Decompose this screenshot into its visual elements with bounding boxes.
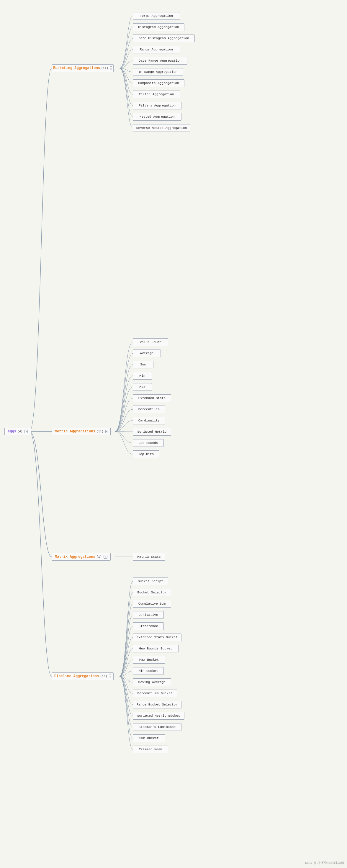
category-matrix[interactable]: Matrix Aggregations (1) ⇗ — [52, 553, 111, 561]
leaf-ip-range-aggregation[interactable]: IP Range Aggregation — [133, 68, 183, 76]
bucketing-count: (11) — [101, 67, 108, 70]
leaf-extended-stats[interactable]: Extended Stats — [133, 394, 171, 402]
leaf-value-count[interactable]: Value Count — [133, 338, 168, 346]
leaf-cardinality[interactable]: Cardinality — [133, 417, 165, 425]
root-node[interactable]: aggs (4) ⇗ — [4, 428, 31, 435]
root-count: (4) — [18, 430, 23, 433]
matrix-link-icon[interactable]: ⇗ — [104, 555, 107, 559]
pipeline-link-icon[interactable]: ⇗ — [109, 675, 111, 678]
leaf-filters-aggregation[interactable]: Filters Aggregation — [133, 102, 181, 110]
metric-count: (11) — [96, 430, 104, 433]
leaf-cumulative-sum[interactable]: Cumulative Sum — [133, 600, 171, 608]
matrix-count: (1) — [96, 555, 102, 559]
pipeline-label: Pipeline Aggregations — [54, 674, 99, 678]
leaf-terms-aggregation[interactable]: Terms Aggregation — [133, 12, 180, 20]
leaf-matrix-stats[interactable]: Matrix Stats — [133, 553, 165, 561]
bucketing-link-icon[interactable]: ⇗ — [110, 66, 112, 70]
leaf-percentiles[interactable]: Percentiles — [133, 406, 165, 413]
leaf-trimmed-mean[interactable]: Trimmed Mean — [133, 746, 168, 753]
leaf-min-bucket[interactable]: Min Bucket — [133, 667, 164, 675]
leaf-geo-bounds[interactable]: Geo Bounds — [133, 439, 164, 447]
category-bucketing[interactable]: Bucketing Aggregations (11) ⇗ — [52, 64, 114, 72]
root-label: aggs — [8, 429, 16, 434]
category-pipeline[interactable]: Pipeline Aggregations (16) ⇗ — [52, 673, 114, 680]
leaf-min[interactable]: Min — [133, 372, 152, 380]
leaf-bucket-selector[interactable]: Bucket Selector — [133, 589, 171, 596]
diagram-container: aggs (4) ⇗ Bucketing Aggregations (11) ⇗… — [0, 0, 347, 868]
leaf-nested-aggregation[interactable]: Nested Aggregation — [133, 113, 181, 121]
leaf-scripted-metric[interactable]: Scripted Metric — [133, 428, 171, 436]
leaf-scripted-metric-bucket[interactable]: Scripted Metric Bucket — [133, 712, 184, 720]
leaf-date-histogram-aggregation[interactable]: Date Histogram Aggregation — [133, 34, 195, 42]
leaf-derivative[interactable]: Derivative — [133, 611, 164, 619]
root-link-icon[interactable]: ⇗ — [25, 430, 28, 433]
leaf-percentiles-bucket[interactable]: Percentiles Bucket — [133, 689, 177, 697]
leaf-sum-bucket[interactable]: Sum Bucket — [133, 734, 165, 742]
leaf-filter-aggregation[interactable]: Filter Aggregation — [133, 91, 180, 98]
leaf-average[interactable]: Average — [133, 349, 161, 357]
leaf-geo-bounds-bucket[interactable]: Geo Bounds Bucket — [133, 645, 178, 652]
leaf-composite-aggregation[interactable]: Composite Aggregation — [133, 79, 184, 87]
bucketing-label: Bucketing Aggregations — [53, 66, 100, 70]
leaf-reverse-nested-aggregation[interactable]: Reverse Nested Aggregation — [133, 124, 190, 132]
leaf-range-bucket-selector[interactable]: Range Bucket Selector — [133, 701, 181, 708]
leaf-sum[interactable]: Sum — [133, 361, 153, 368]
leaf-histogram-aggregation[interactable]: Histogram Aggregation — [133, 23, 184, 31]
leaf-range-aggregation[interactable]: Range Aggregation — [133, 46, 180, 53]
leaf-extended-stats-bucket[interactable]: Extended Stats Bucket — [133, 633, 181, 641]
matrix-label: Matrix Aggregations — [55, 555, 95, 559]
leaf-moving-average[interactable]: Moving Average — [133, 678, 171, 686]
leaf-top-hits[interactable]: Top Hits — [133, 451, 159, 458]
leaf-bucket-script[interactable]: Bucket Script — [133, 578, 168, 585]
leaf-difference[interactable]: Difference — [133, 622, 164, 630]
leaf-date-range-aggregation[interactable]: Date Range Aggregation — [133, 57, 187, 65]
leaf-max[interactable]: Max — [133, 383, 152, 391]
leaf-max-bucket[interactable]: Max Bucket — [133, 656, 165, 663]
pipeline-count: (16) — [100, 675, 107, 678]
watermark: CSDN @ 橙汁西红柿排多放醋 — [305, 861, 344, 865]
metric-link-icon[interactable]: ⇗ — [105, 430, 107, 433]
leaf-stedmans-luminance[interactable]: Stedman's Luminance — [133, 723, 181, 731]
metric-label: Metric Aggregations — [55, 429, 95, 434]
category-metric[interactable]: Metric Aggregations (11) ⇗ — [52, 428, 111, 435]
